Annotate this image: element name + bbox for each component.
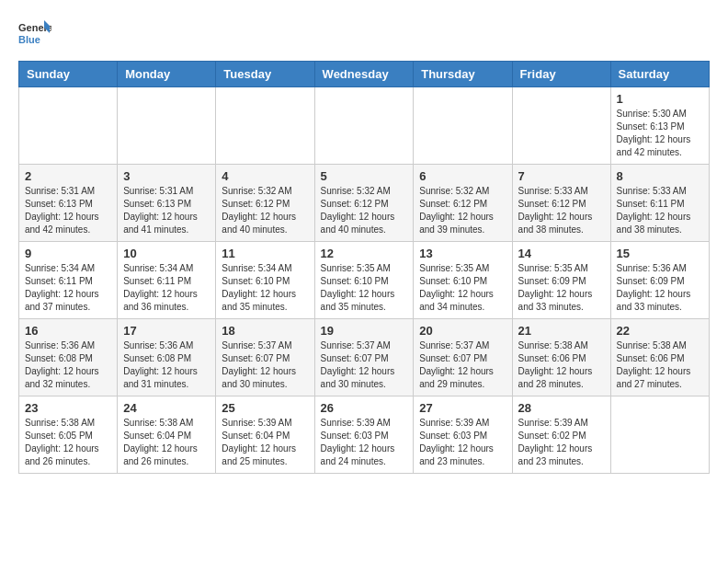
calendar-cell: 4Sunrise: 5:32 AM Sunset: 6:12 PM Daylig…: [216, 165, 314, 242]
page-header: General Blue: [18, 18, 710, 52]
day-number: 16: [25, 324, 111, 338]
calendar-cell: 17Sunrise: 5:36 AM Sunset: 6:08 PM Dayli…: [118, 319, 216, 396]
day-info: Sunrise: 5:36 AM Sunset: 6:09 PM Dayligh…: [617, 262, 703, 314]
day-of-week-header: Thursday: [414, 62, 512, 87]
calendar-cell: 15Sunrise: 5:36 AM Sunset: 6:09 PM Dayli…: [610, 242, 709, 319]
calendar-cell: [118, 87, 216, 165]
day-info: Sunrise: 5:38 AM Sunset: 6:06 PM Dayligh…: [617, 339, 703, 391]
calendar-week-row: 9Sunrise: 5:34 AM Sunset: 6:11 PM Daylig…: [19, 242, 710, 319]
day-info: Sunrise: 5:31 AM Sunset: 6:13 PM Dayligh…: [123, 185, 210, 236]
day-number: 2: [25, 169, 111, 183]
day-info: Sunrise: 5:32 AM Sunset: 6:12 PM Dayligh…: [419, 185, 506, 236]
calendar-table: SundayMondayTuesdayWednesdayThursdayFrid…: [18, 61, 710, 474]
day-number: 7: [518, 169, 605, 183]
day-info: Sunrise: 5:32 AM Sunset: 6:12 PM Dayligh…: [222, 185, 308, 236]
logo: General Blue: [18, 18, 51, 52]
calendar-cell: 23Sunrise: 5:38 AM Sunset: 6:05 PM Dayli…: [19, 396, 118, 474]
day-number: 10: [123, 247, 210, 260]
day-number: 1: [617, 92, 703, 106]
day-of-week-header: Monday: [118, 62, 216, 87]
day-info: Sunrise: 5:38 AM Sunset: 6:05 PM Dayligh…: [25, 417, 111, 468]
day-info: Sunrise: 5:35 AM Sunset: 6:09 PM Dayligh…: [518, 262, 605, 314]
calendar-cell: 24Sunrise: 5:38 AM Sunset: 6:04 PM Dayli…: [118, 396, 216, 474]
day-info: Sunrise: 5:37 AM Sunset: 6:07 PM Dayligh…: [222, 339, 308, 391]
calendar-cell: 12Sunrise: 5:35 AM Sunset: 6:10 PM Dayli…: [314, 242, 414, 319]
calendar-cell: 18Sunrise: 5:37 AM Sunset: 6:07 PM Dayli…: [216, 319, 314, 396]
day-number: 24: [123, 401, 210, 415]
day-info: Sunrise: 5:36 AM Sunset: 6:08 PM Dayligh…: [25, 339, 111, 391]
calendar-cell: [314, 87, 414, 165]
day-info: Sunrise: 5:34 AM Sunset: 6:11 PM Dayligh…: [25, 262, 111, 314]
calendar-cell: 19Sunrise: 5:37 AM Sunset: 6:07 PM Dayli…: [314, 319, 414, 396]
day-number: 21: [518, 324, 605, 338]
calendar-cell: 11Sunrise: 5:34 AM Sunset: 6:10 PM Dayli…: [216, 242, 314, 319]
calendar-header-row: SundayMondayTuesdayWednesdayThursdayFrid…: [19, 62, 710, 87]
calendar-cell: 13Sunrise: 5:35 AM Sunset: 6:10 PM Dayli…: [414, 242, 512, 319]
calendar-cell: 20Sunrise: 5:37 AM Sunset: 6:07 PM Dayli…: [414, 319, 512, 396]
day-info: Sunrise: 5:30 AM Sunset: 6:13 PM Dayligh…: [617, 108, 703, 159]
calendar-cell: [610, 396, 709, 474]
day-info: Sunrise: 5:35 AM Sunset: 6:10 PM Dayligh…: [321, 262, 408, 314]
day-number: 4: [222, 169, 308, 183]
calendar-cell: 22Sunrise: 5:38 AM Sunset: 6:06 PM Dayli…: [610, 319, 709, 396]
calendar-cell: 16Sunrise: 5:36 AM Sunset: 6:08 PM Dayli…: [19, 319, 118, 396]
day-number: 28: [518, 401, 605, 415]
calendar-week-row: 16Sunrise: 5:36 AM Sunset: 6:08 PM Dayli…: [19, 319, 710, 396]
day-info: Sunrise: 5:36 AM Sunset: 6:08 PM Dayligh…: [123, 339, 210, 391]
calendar-cell: 21Sunrise: 5:38 AM Sunset: 6:06 PM Dayli…: [512, 319, 610, 396]
calendar-week-row: 1Sunrise: 5:30 AM Sunset: 6:13 PM Daylig…: [19, 87, 710, 165]
day-info: Sunrise: 5:39 AM Sunset: 6:03 PM Dayligh…: [419, 417, 506, 468]
calendar-cell: 1Sunrise: 5:30 AM Sunset: 6:13 PM Daylig…: [610, 87, 709, 165]
day-number: 20: [419, 324, 506, 338]
day-number: 23: [25, 401, 111, 415]
day-number: 6: [419, 169, 506, 183]
day-info: Sunrise: 5:39 AM Sunset: 6:03 PM Dayligh…: [321, 417, 408, 468]
day-info: Sunrise: 5:31 AM Sunset: 6:13 PM Dayligh…: [25, 185, 111, 236]
day-of-week-header: Saturday: [610, 62, 709, 87]
calendar-cell: 26Sunrise: 5:39 AM Sunset: 6:03 PM Dayli…: [314, 396, 414, 474]
logo-svg: General Blue: [18, 18, 51, 52]
calendar-cell: 10Sunrise: 5:34 AM Sunset: 6:11 PM Dayli…: [118, 242, 216, 319]
calendar-cell: 9Sunrise: 5:34 AM Sunset: 6:11 PM Daylig…: [19, 242, 118, 319]
day-number: 14: [518, 247, 605, 260]
calendar-cell: 14Sunrise: 5:35 AM Sunset: 6:09 PM Dayli…: [512, 242, 610, 319]
day-of-week-header: Sunday: [19, 62, 118, 87]
day-number: 27: [419, 401, 506, 415]
day-of-week-header: Wednesday: [314, 62, 414, 87]
day-number: 25: [222, 401, 308, 415]
day-of-week-header: Tuesday: [216, 62, 314, 87]
calendar-cell: 28Sunrise: 5:39 AM Sunset: 6:02 PM Dayli…: [512, 396, 610, 474]
day-number: 18: [222, 324, 308, 338]
day-number: 13: [419, 247, 506, 260]
day-number: 11: [222, 247, 308, 260]
calendar-cell: 7Sunrise: 5:33 AM Sunset: 6:12 PM Daylig…: [512, 165, 610, 242]
calendar-cell: [512, 87, 610, 165]
day-info: Sunrise: 5:35 AM Sunset: 6:10 PM Dayligh…: [419, 262, 506, 314]
calendar-week-row: 2Sunrise: 5:31 AM Sunset: 6:13 PM Daylig…: [19, 165, 710, 242]
calendar-cell: [19, 87, 118, 165]
day-of-week-header: Friday: [512, 62, 610, 87]
day-info: Sunrise: 5:39 AM Sunset: 6:04 PM Dayligh…: [222, 417, 308, 468]
calendar-week-row: 23Sunrise: 5:38 AM Sunset: 6:05 PM Dayli…: [19, 396, 710, 474]
calendar-cell: 25Sunrise: 5:39 AM Sunset: 6:04 PM Dayli…: [216, 396, 314, 474]
day-info: Sunrise: 5:39 AM Sunset: 6:02 PM Dayligh…: [518, 417, 605, 468]
day-info: Sunrise: 5:33 AM Sunset: 6:12 PM Dayligh…: [518, 185, 605, 236]
day-info: Sunrise: 5:33 AM Sunset: 6:11 PM Dayligh…: [617, 185, 703, 236]
day-number: 8: [617, 169, 703, 183]
day-number: 15: [617, 247, 703, 260]
day-info: Sunrise: 5:38 AM Sunset: 6:04 PM Dayligh…: [123, 417, 210, 468]
calendar-cell: 2Sunrise: 5:31 AM Sunset: 6:13 PM Daylig…: [19, 165, 118, 242]
day-number: 19: [321, 324, 408, 338]
day-number: 5: [321, 169, 408, 183]
day-number: 12: [321, 247, 408, 260]
day-number: 17: [123, 324, 210, 338]
calendar-cell: 6Sunrise: 5:32 AM Sunset: 6:12 PM Daylig…: [414, 165, 512, 242]
day-info: Sunrise: 5:34 AM Sunset: 6:10 PM Dayligh…: [222, 262, 308, 314]
calendar-cell: 5Sunrise: 5:32 AM Sunset: 6:12 PM Daylig…: [314, 165, 414, 242]
day-info: Sunrise: 5:37 AM Sunset: 6:07 PM Dayligh…: [321, 339, 408, 391]
day-number: 3: [123, 169, 210, 183]
calendar-cell: [414, 87, 512, 165]
calendar-cell: 8Sunrise: 5:33 AM Sunset: 6:11 PM Daylig…: [610, 165, 709, 242]
calendar-cell: 3Sunrise: 5:31 AM Sunset: 6:13 PM Daylig…: [118, 165, 216, 242]
svg-text:Blue: Blue: [18, 34, 40, 45]
